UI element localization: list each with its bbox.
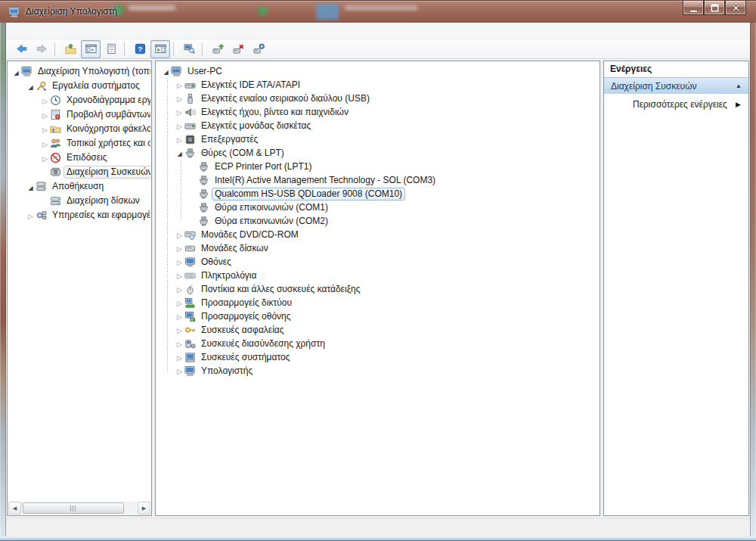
expander-icon[interactable] <box>175 284 184 294</box>
device-tree-item[interactable]: Ελεγκτές μονάδας δισκέτας <box>156 119 599 132</box>
expander-icon[interactable] <box>175 80 184 89</box>
console-tree-item[interactable]: Διαχείριση Υπολογιστή (τοπικ <box>8 64 150 79</box>
console-tree-item[interactable]: Διαχείριση Συσκευών <box>8 165 150 179</box>
update-driver-button[interactable] <box>208 40 228 58</box>
expander-icon[interactable] <box>175 298 184 307</box>
console-tree-item[interactable]: Υπηρεσίες και εφαρμογές <box>8 208 150 222</box>
scroll-right-button[interactable]: ▶ <box>138 502 150 515</box>
scrollbar-track[interactable] <box>21 502 138 515</box>
menu-item[interactable] <box>54 23 68 39</box>
device-tree-item[interactable]: Ελεγκτές IDE ATA/ATAPI <box>156 78 599 92</box>
close-icon <box>730 2 742 14</box>
expander-icon[interactable] <box>175 107 184 117</box>
expander-icon[interactable] <box>161 67 171 76</box>
device-tree-item[interactable]: Μονάδες δίσκων <box>156 241 599 255</box>
expander-icon[interactable] <box>175 353 184 362</box>
forward-button[interactable] <box>32 40 51 58</box>
expander-icon[interactable] <box>175 244 184 253</box>
disk-management-icon <box>50 195 64 207</box>
console-tree-item[interactable]: Προβολή συμβάντων <box>8 107 150 122</box>
device-tree-item[interactable]: Συσκευές ασφαλείας <box>156 323 599 337</box>
device-tree-item[interactable]: Ποντίκια και άλλες συσκευές κατάδειξης <box>156 282 599 296</box>
device-tree-item[interactable]: Συσκευές συστήματος <box>156 350 599 364</box>
menu-item[interactable] <box>41 23 54 39</box>
device-tree-item[interactable]: Υπολογιστής <box>156 364 599 378</box>
device-tree-item[interactable]: Θύρα επικοινωνιών (COM1) <box>156 201 599 214</box>
expander-icon[interactable] <box>175 339 184 348</box>
device-tree-item[interactable]: User-PC <box>156 64 599 78</box>
disable-device-button[interactable] <box>249 40 268 58</box>
expander-icon[interactable] <box>26 211 36 220</box>
device-tree-item[interactable]: Συσκευές διασύνδεσης χρήστη <box>156 337 599 350</box>
console-tree-item[interactable]: Επιδόσεις <box>8 151 150 165</box>
expander-icon[interactable] <box>40 110 50 120</box>
expander-icon[interactable] <box>40 96 50 105</box>
device-tree-item[interactable]: Θύρα επικοινωνιών (COM2) <box>156 214 599 228</box>
horizontal-scrollbar[interactable]: ◀ ▶ <box>8 502 150 515</box>
toolbar-separator <box>173 42 177 56</box>
expander-icon[interactable] <box>26 82 36 91</box>
device-tree-item[interactable]: Πληκτρολόγια <box>156 269 599 282</box>
device-tree-item[interactable]: Προσαρμογείς δικτύου <box>156 296 599 309</box>
console-tree-item[interactable]: Εργαλεία συστήματος <box>8 79 150 93</box>
device-tree-item[interactable]: Μονάδες DVD/CD-ROM <box>156 228 599 241</box>
menu-item[interactable] <box>27 23 41 39</box>
device-tree-item[interactable]: Intel(R) Active Management Technology - … <box>156 173 599 187</box>
console-tree-item[interactable]: Αποθήκευση <box>8 179 150 194</box>
port-icon <box>198 201 212 213</box>
expander-icon[interactable] <box>11 67 21 76</box>
console-tree-item[interactable]: Διαχείριση δίσκων <box>8 194 150 208</box>
device-tree-item[interactable]: Ελεγκτές ήχου, βίντεο και παιχνιδιών <box>156 105 599 119</box>
device-tree-item[interactable]: Επεξεργαστές <box>156 132 599 146</box>
minimize-button[interactable] <box>683 1 704 15</box>
console-tree-item[interactable]: Χρονοδιάγραμμα εργασ <box>8 93 150 107</box>
expander-icon[interactable] <box>175 257 184 266</box>
properties-button[interactable] <box>101 40 121 58</box>
device-tree-item[interactable]: Θύρες (COM & LPT) <box>156 146 599 160</box>
scan-hardware-changes-button[interactable] <box>179 40 199 58</box>
back-button[interactable] <box>11 40 31 58</box>
update-driver-icon <box>212 43 224 54</box>
maximize-button[interactable] <box>704 1 725 15</box>
scroll-left-button[interactable]: ◀ <box>8 502 21 515</box>
device-tree-item[interactable]: Προσαρμογείς οθόνης <box>156 309 599 323</box>
export-list-button[interactable] <box>60 40 80 58</box>
forward-arrow-icon <box>36 43 48 54</box>
device-tree-item[interactable]: Ελεγκτές ενιαίου σειριακού διαύλου (USB) <box>156 92 599 105</box>
expander-icon[interactable] <box>40 125 50 134</box>
expander-icon[interactable] <box>175 230 184 239</box>
expander-icon[interactable] <box>175 366 184 375</box>
show-hide-console-tree-button[interactable] <box>81 40 101 58</box>
status-bar <box>6 518 750 536</box>
expander-icon[interactable] <box>175 148 184 157</box>
expander-icon[interactable] <box>175 94 184 103</box>
show-hide-action-pane-button[interactable] <box>150 40 170 58</box>
ide-controller-icon <box>184 79 198 91</box>
expander-icon[interactable] <box>175 325 184 334</box>
device-tree-item[interactable]: Qualcomm HS-USB QDLoader 9008 (COM10) <box>156 187 599 201</box>
expander-icon[interactable] <box>175 135 184 144</box>
action-pane-icon <box>155 43 166 54</box>
scrollbar-thumb[interactable] <box>23 502 124 514</box>
device-tree-item[interactable]: ECP Printer Port (LPT1) <box>156 160 599 173</box>
expander-icon[interactable] <box>40 139 50 148</box>
expander-icon[interactable] <box>175 121 184 130</box>
actions-section-header[interactable]: Διαχείριση Συσκευών ▲ <box>604 78 748 95</box>
uninstall-device-button[interactable] <box>228 40 248 58</box>
expander-icon[interactable] <box>175 312 184 321</box>
expander-icon[interactable] <box>175 271 184 280</box>
help-button[interactable]: ? <box>130 40 150 58</box>
menu-item[interactable] <box>14 23 27 39</box>
chevron-up-icon[interactable]: ▲ <box>736 82 742 89</box>
console-tree-item[interactable]: Κοινόχρηστοι φάκελοι <box>8 122 150 136</box>
computer-device-icon <box>184 365 198 377</box>
device-tree-item[interactable]: Οθόνες <box>156 255 599 269</box>
expander-icon[interactable] <box>26 182 36 191</box>
actions-menu-item[interactable]: Περισσότερες ενέργειες ▶ <box>604 95 748 113</box>
title-bar[interactable]: Διαχείριση Υπολογιστή <box>0 0 756 23</box>
device-list-pane: User-PC Ελεγκτές IDE ATA/ATAPI Ελεγκτές … <box>155 61 600 516</box>
close-button[interactable] <box>725 1 746 15</box>
expander-icon[interactable] <box>40 154 50 163</box>
console-tree-item[interactable]: Τοπικοί χρήστες και ομ <box>8 136 150 151</box>
port-icon <box>198 160 212 173</box>
